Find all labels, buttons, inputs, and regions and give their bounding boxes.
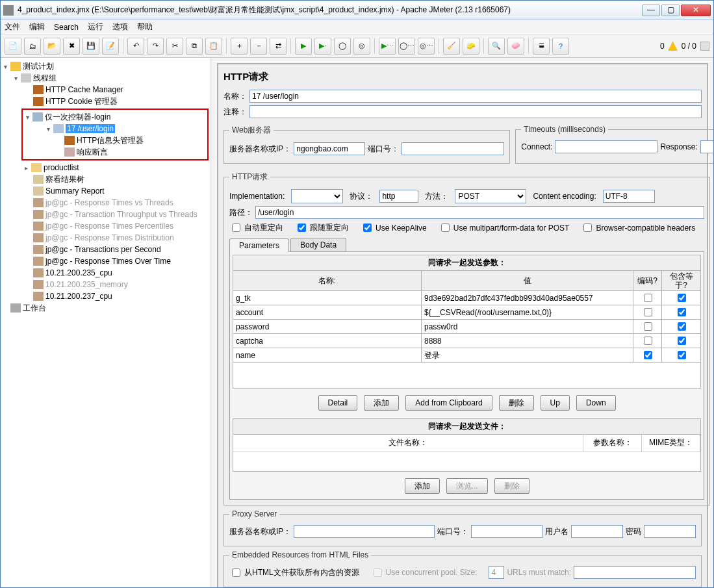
server-input[interactable] bbox=[294, 142, 365, 155]
menu-help[interactable]: 帮助 bbox=[137, 21, 153, 32]
tb-paste[interactable]: 📋 bbox=[205, 38, 222, 55]
table-row[interactable]: g_tk9d3e692bad2b7dfc437fedbb993d40ad95ae… bbox=[233, 291, 701, 305]
tree-thread[interactable]: 线程组 bbox=[33, 73, 57, 84]
tb-open[interactable]: 📂 bbox=[44, 38, 60, 55]
tree-http-request[interactable]: 17 /user/login bbox=[66, 124, 115, 133]
connect-input[interactable] bbox=[555, 140, 657, 153]
tree-g6[interactable]: jp@gc - Response Times Over Time bbox=[45, 257, 171, 266]
table-row[interactable]: account${__CSVRead(/root/username.txt,0)… bbox=[233, 305, 701, 320]
tree-m2[interactable]: 10.21.200.235_memory bbox=[45, 280, 128, 289]
tb-remote-stop[interactable]: ◯⋯ bbox=[398, 38, 415, 55]
minimize-button[interactable]: — bbox=[642, 5, 660, 16]
tree-g4[interactable]: jp@gc - Response Times Distribution bbox=[45, 233, 174, 242]
test-plan-tree[interactable]: ▾测试计划 ▾线程组 HTTP Cache Manager HTTP Cooki… bbox=[1, 58, 212, 587]
chk-browser[interactable]: Browser-compatible headers bbox=[581, 222, 695, 234]
btn-detail[interactable]: Detail bbox=[318, 395, 358, 411]
tree-g1[interactable]: jp@gc - Response Times vs Threads bbox=[45, 198, 173, 207]
tb-start-no[interactable]: ▶· bbox=[314, 38, 331, 55]
menu-file[interactable]: 文件 bbox=[5, 21, 20, 32]
tb-remote-shut[interactable]: ◎⋯ bbox=[418, 38, 435, 55]
tree-once-controller[interactable]: 仅一次控制器-login bbox=[45, 112, 110, 123]
tb-start[interactable]: ▶ bbox=[295, 38, 312, 55]
response-input[interactable] bbox=[700, 140, 713, 153]
tb-undo[interactable]: ↶ bbox=[127, 38, 144, 55]
path-input[interactable] bbox=[255, 206, 704, 219]
table-row[interactable]: passwordpassw0rd bbox=[233, 320, 701, 334]
col-value: 值 bbox=[422, 271, 633, 291]
tb-saveas[interactable]: 📝 bbox=[102, 38, 119, 55]
tb-toggle[interactable]: ⇄ bbox=[270, 38, 287, 55]
tb-cut[interactable]: ✂ bbox=[166, 38, 183, 55]
btn-clipboard[interactable]: Add from Clipboard bbox=[405, 395, 492, 411]
btn-delete[interactable]: 删除 bbox=[499, 395, 534, 411]
tree-plan[interactable]: 测试计划 bbox=[23, 61, 54, 72]
proxy-host-input[interactable] bbox=[294, 525, 435, 538]
lbl-connect: Connect: bbox=[521, 142, 552, 151]
tb-save[interactable]: 💾 bbox=[83, 38, 99, 55]
close-button[interactable]: ✕ bbox=[681, 5, 711, 16]
tree-cache[interactable]: HTTP Cache Manager bbox=[45, 85, 123, 94]
btn-file-delete[interactable]: 删除 bbox=[494, 478, 529, 494]
tb-clearall[interactable]: 🧽 bbox=[463, 38, 479, 55]
lbl-comment: 注释： bbox=[223, 107, 247, 118]
tab-body-data[interactable]: Body Data bbox=[290, 238, 346, 251]
tree-header-mgr[interactable]: HTTP信息头管理器 bbox=[77, 135, 144, 146]
tb-templates[interactable]: 🗂 bbox=[24, 38, 41, 55]
name-input[interactable] bbox=[249, 90, 702, 103]
tree-productlist[interactable]: productlist bbox=[44, 163, 79, 172]
tree-g2[interactable]: jp@gc - Transaction Throughput vs Thread… bbox=[45, 210, 198, 219]
tree-g5[interactable]: jp@gc - Transactions per Second bbox=[45, 245, 161, 254]
menu-run[interactable]: 运行 bbox=[88, 21, 103, 32]
tree-workbench[interactable]: 工作台 bbox=[23, 303, 46, 314]
proxy-pass-input[interactable] bbox=[644, 525, 696, 538]
btn-file-browse[interactable]: 浏览... bbox=[446, 478, 488, 494]
tab-parameters[interactable]: Parameters bbox=[229, 238, 289, 252]
chk-multipart[interactable]: Use multipart/form-data for POST bbox=[439, 222, 570, 234]
table-row[interactable]: name登录 bbox=[233, 348, 701, 363]
params-table[interactable]: 名称: 值 编码? 包含等于? g_tk9d3e692bad2b7dfc437f… bbox=[233, 270, 701, 363]
maximize-button[interactable]: ▢ bbox=[661, 5, 680, 16]
tb-stop[interactable]: ◯ bbox=[334, 38, 351, 55]
table-row[interactable]: captcha8888 bbox=[233, 334, 701, 348]
tb-close[interactable]: ✖ bbox=[63, 38, 80, 55]
btn-file-add[interactable]: 添加 bbox=[405, 478, 440, 494]
tb-reset-search[interactable]: 🧼 bbox=[507, 38, 524, 55]
tb-redo[interactable]: ↷ bbox=[147, 38, 164, 55]
method-select[interactable]: POST bbox=[455, 189, 526, 203]
tb-fn[interactable]: ≣ bbox=[533, 38, 550, 55]
menu-edit[interactable]: 编辑 bbox=[29, 21, 45, 32]
impl-select[interactable] bbox=[291, 189, 343, 203]
port-input[interactable] bbox=[402, 142, 504, 155]
tree-m1[interactable]: 10.21.200.235_cpu bbox=[45, 268, 112, 277]
menu-search[interactable]: Search bbox=[54, 23, 79, 32]
proxy-port-input[interactable] bbox=[471, 525, 542, 538]
btn-down[interactable]: Down bbox=[576, 395, 616, 411]
btn-up[interactable]: Up bbox=[541, 395, 570, 411]
chk-embed[interactable]: 从HTML文件获取所有内含的资源 bbox=[229, 567, 359, 579]
btn-add[interactable]: 添加 bbox=[364, 395, 399, 411]
tb-shutdown[interactable]: ◎ bbox=[353, 38, 370, 55]
chk-keepalive[interactable]: Use KeepAlive bbox=[361, 222, 427, 234]
tree-summary[interactable]: Summary Report bbox=[45, 186, 105, 196]
tb-copy[interactable]: ⧉ bbox=[186, 38, 203, 55]
lbl-method: 方法： bbox=[425, 191, 448, 202]
menu-options[interactable]: 选项 bbox=[112, 21, 128, 32]
tree-assertion[interactable]: 响应断言 bbox=[77, 147, 108, 158]
comment-input[interactable] bbox=[249, 105, 702, 118]
proto-input[interactable] bbox=[379, 190, 418, 203]
tb-collapse[interactable]: － bbox=[250, 38, 267, 55]
tb-expand[interactable]: ＋ bbox=[231, 38, 248, 55]
chk-auto-redirect[interactable]: 自动重定向 bbox=[229, 222, 283, 234]
tb-help[interactable]: ? bbox=[552, 38, 569, 55]
tb-new[interactable]: 📄 bbox=[5, 38, 21, 55]
enc-input[interactable] bbox=[603, 190, 655, 203]
chk-follow-redirect[interactable]: 跟随重定向 bbox=[295, 222, 349, 234]
proxy-user-input[interactable] bbox=[571, 525, 623, 538]
tb-find[interactable]: 🔍 bbox=[488, 38, 505, 55]
tree-viewtree[interactable]: 察看结果树 bbox=[45, 174, 84, 185]
tb-remote-start[interactable]: ▶⋯ bbox=[379, 38, 396, 55]
tree-cookie[interactable]: HTTP Cookie 管理器 bbox=[45, 96, 118, 107]
tree-g3[interactable]: jp@gc - Response Times Percentiles bbox=[45, 222, 173, 231]
tree-m3[interactable]: 10.21.200.237_cpu bbox=[45, 292, 112, 301]
tb-clear[interactable]: 🧹 bbox=[443, 38, 460, 55]
